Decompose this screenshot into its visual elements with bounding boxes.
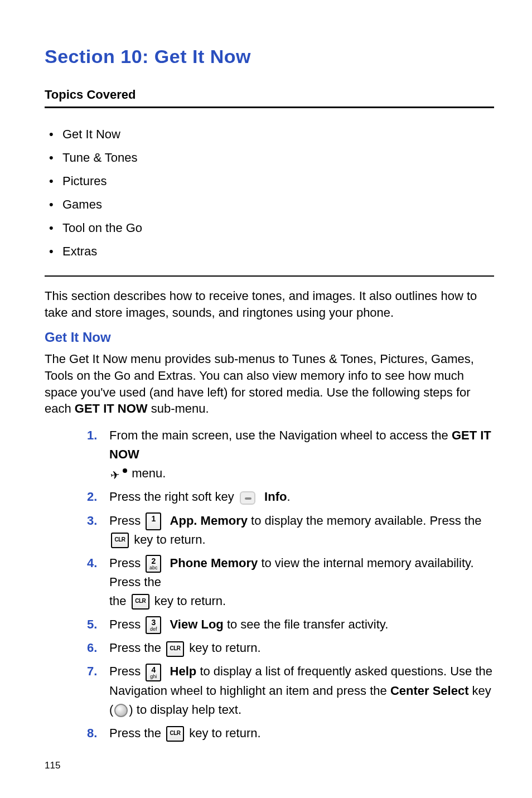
intro-text: This section describes how to receive to… — [45, 288, 494, 321]
text: Press — [109, 556, 144, 570]
list-item: •Games — [45, 193, 494, 216]
step-5: Press 3def View Log to see the file tran… — [87, 615, 494, 634]
step-3: Press 1 App. Memory to display the memor… — [87, 511, 494, 549]
topic-text: Get It Now — [62, 127, 120, 142]
text: to display the memory available. Press t… — [248, 514, 481, 528]
clr-key-icon: CLR — [111, 533, 129, 548]
bold-text: View Log — [170, 617, 224, 631]
text: key to return. — [134, 533, 205, 546]
bold-text: GET IT NOW — [75, 402, 148, 415]
key-1-icon: 1 — [146, 512, 161, 530]
right-soft-key-icon — [240, 491, 255, 505]
bold-text: Help — [170, 664, 197, 678]
key-4-icon: 4ghi — [146, 664, 161, 681]
topic-text: Extras — [62, 244, 97, 259]
get-it-now-icon: ✈ — [110, 468, 127, 481]
bold-text: Center Select — [390, 684, 469, 698]
list-item: •Get It Now — [45, 123, 494, 146]
topic-text: Pictures — [62, 174, 107, 188]
center-select-key-icon — [114, 704, 128, 717]
text: Press — [109, 617, 144, 631]
text: Press the — [109, 641, 165, 655]
bold-text: Phone Memory — [170, 556, 258, 570]
text: menu. — [132, 466, 166, 480]
list-item: •Tune & Tones — [45, 146, 494, 170]
topic-text: Tool on the Go — [62, 221, 142, 235]
text: Press — [109, 664, 144, 678]
step-6: Press the CLR key to return. — [87, 639, 494, 657]
text: ) to display help text. — [129, 703, 241, 717]
clr-key-icon: CLR — [166, 641, 184, 657]
text: . — [287, 490, 290, 504]
text: sub-menu. — [148, 402, 209, 415]
clr-key-icon: CLR — [132, 594, 149, 610]
bold-text: App. Memory — [170, 514, 248, 528]
text: to view the internal memory availability… — [109, 556, 474, 589]
page-number: 115 — [45, 760, 60, 771]
step-2: Press the right soft key Info. — [87, 487, 494, 506]
step-4: Press 2abc Phone Memory to view the inte… — [87, 554, 494, 611]
text: Press — [109, 514, 144, 528]
steps-list: From the main screen, use the Navigation… — [87, 426, 494, 743]
list-item: •Pictures — [45, 170, 494, 193]
list-item: •Extras — [45, 240, 494, 263]
topics-label: Topics Covered — [45, 88, 494, 102]
text: Press the right soft key — [109, 490, 238, 504]
divider-thick — [45, 107, 494, 108]
topic-text: Games — [62, 197, 102, 212]
clr-key-icon: CLR — [166, 726, 184, 742]
step-1: From the main screen, use the Navigation… — [87, 426, 494, 483]
text: From the main screen, use the Navigation… — [109, 428, 452, 442]
list-item: •Tool on the Go — [45, 216, 494, 240]
text: Press the — [109, 726, 165, 740]
text: key to return. — [189, 726, 260, 740]
key-2-icon: 2abc — [146, 555, 161, 573]
text: key to return. — [154, 594, 226, 608]
divider-thin — [45, 275, 494, 277]
bold-text: Info — [264, 490, 287, 504]
text: to see the file transfer activity. — [224, 617, 389, 631]
section-title: Section 10: Get It Now — [45, 46, 494, 67]
text: key to return. — [189, 641, 260, 655]
topics-list: •Get It Now •Tune & Tones •Pictures •Gam… — [45, 123, 494, 263]
step-7: Press 4ghi Help to display a list of fre… — [87, 662, 494, 719]
key-3-icon: 3def — [146, 616, 161, 634]
step-8: Press the CLR key to return. — [87, 724, 494, 743]
subhead-body: The Get It Now menu provides sub-menus t… — [45, 351, 494, 417]
subheading-get-it-now: Get It Now — [45, 330, 494, 345]
topic-text: Tune & Tones — [62, 151, 138, 165]
